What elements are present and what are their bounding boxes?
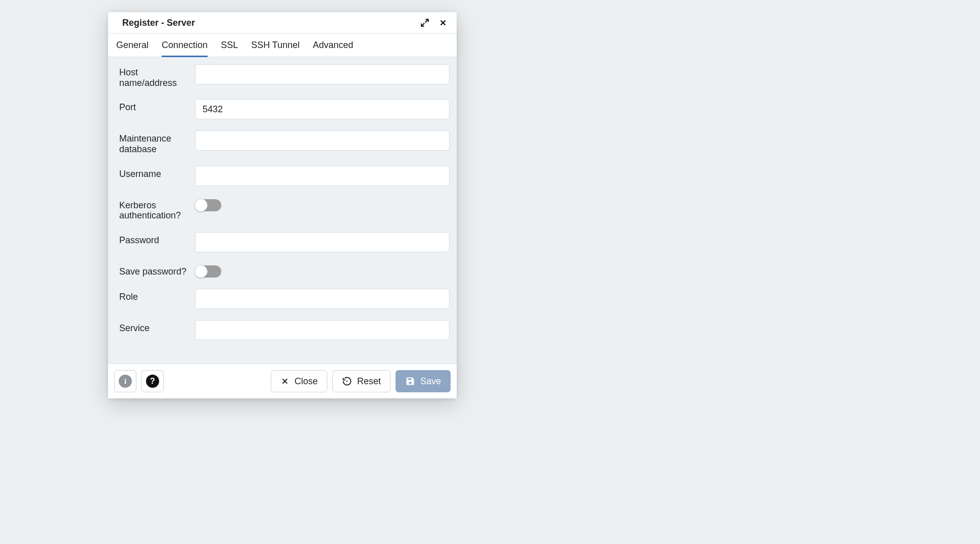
password-input[interactable] [195, 232, 450, 252]
label-username: Username [114, 166, 195, 179]
register-server-dialog: Register - Server General Connection SSL… [108, 12, 457, 398]
service-input[interactable] [195, 320, 450, 340]
reset-icon [342, 376, 352, 386]
tab-ssh-tunnel[interactable]: SSH Tunnel [251, 34, 300, 57]
row-maintdb: Maintenance database [114, 130, 451, 154]
help-button[interactable]: ? [141, 370, 164, 392]
expand-icon[interactable] [419, 17, 430, 28]
dialog-title: Register - Server [122, 18, 419, 28]
tab-general[interactable]: General [116, 34, 149, 57]
save-password-toggle[interactable] [195, 265, 221, 278]
dialog-titlebar: Register - Server [108, 12, 457, 34]
close-icon[interactable] [437, 17, 449, 28]
username-input[interactable] [195, 166, 450, 186]
info-icon: i [119, 375, 132, 388]
label-service: Service [114, 320, 195, 334]
row-kerberos: Kerberos authentication? [114, 197, 451, 221]
role-input[interactable] [195, 289, 450, 309]
host-input[interactable] [195, 64, 450, 84]
label-kerberos: Kerberos authentication? [114, 197, 195, 221]
row-service: Service [114, 320, 451, 340]
label-savepw: Save password? [114, 263, 195, 277]
dialog-footer: i ? Close Reset Save [108, 364, 457, 398]
label-maintdb: Maintenance database [114, 130, 195, 154]
label-host: Host name/address [114, 64, 195, 88]
label-role: Role [114, 289, 195, 302]
save-button-label: Save [420, 376, 441, 387]
close-button[interactable]: Close [271, 370, 327, 392]
svg-point-0 [347, 381, 348, 382]
row-password: Password [114, 232, 451, 252]
row-savepw: Save password? [114, 263, 451, 278]
info-button[interactable]: i [114, 370, 136, 392]
reset-button[interactable]: Reset [332, 370, 390, 392]
save-icon [405, 376, 415, 386]
titlebar-actions [419, 17, 449, 28]
close-x-icon [280, 377, 289, 386]
port-input[interactable] [195, 99, 450, 119]
kerberos-toggle[interactable] [195, 199, 221, 211]
tab-advanced[interactable]: Advanced [313, 34, 353, 57]
reset-button-label: Reset [357, 376, 381, 387]
row-username: Username [114, 166, 451, 186]
save-button[interactable]: Save [396, 370, 451, 392]
tab-ssl[interactable]: SSL [221, 34, 238, 57]
row-role: Role [114, 289, 451, 309]
row-port: Port [114, 99, 451, 119]
label-password: Password [114, 232, 195, 246]
connection-form: Host name/address Port Maintenance datab… [108, 57, 457, 364]
close-button-label: Close [295, 376, 318, 387]
label-port: Port [114, 99, 195, 113]
maintdb-input[interactable] [195, 130, 450, 151]
row-host: Host name/address [114, 64, 451, 88]
help-icon: ? [146, 375, 159, 388]
dialog-tabs: General Connection SSL SSH Tunnel Advanc… [108, 34, 457, 57]
tab-connection[interactable]: Connection [162, 34, 208, 57]
